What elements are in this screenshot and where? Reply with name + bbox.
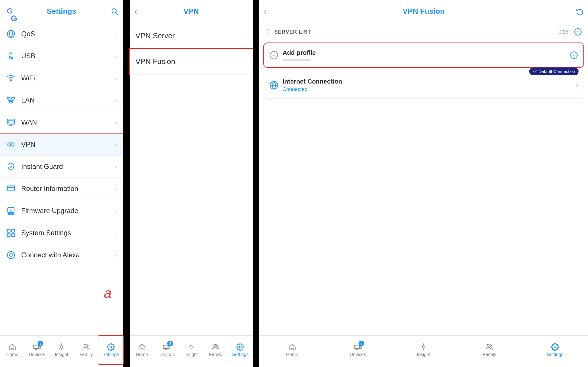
settings-menu-list: QoS › USB ›	[0, 23, 123, 320]
tab-insight-label: Insight	[55, 352, 68, 357]
menu-item-instant-guard[interactable]: Instant Guard ›	[0, 156, 123, 178]
vpn-fusion-refresh-button[interactable]	[576, 8, 583, 15]
fusion-insight-icon	[420, 343, 428, 351]
menu-item-firmware[interactable]: Firmware Upgrade ›	[0, 200, 123, 222]
svg-rect-28	[12, 229, 15, 232]
vpn-tab-home[interactable]: Home	[130, 336, 154, 364]
vpn-tab-family[interactable]: Family	[203, 336, 228, 364]
fusion-settings-icon	[551, 343, 559, 351]
svg-point-45	[190, 345, 192, 348]
fusion-tab-home[interactable]: Home	[259, 336, 325, 364]
svg-rect-30	[12, 234, 15, 237]
family-icon	[82, 343, 90, 351]
vpn-family-icon	[212, 343, 220, 351]
vpn-tab-devices[interactable]: 3 Devices	[154, 336, 179, 364]
fusion-tab-settings[interactable]: Settings	[522, 336, 588, 364]
devices-icon: 3	[33, 343, 41, 351]
tab-home[interactable]: Home	[0, 336, 25, 364]
add-profile-content: Add profile	[283, 49, 570, 61]
internet-connection-card[interactable]: Default Connection Internet Connection C…	[264, 72, 583, 98]
vpn-tab-insight-label: Insight	[184, 352, 198, 357]
vpn-title: VPN	[184, 7, 199, 16]
svg-text:G: G	[11, 13, 17, 23]
settings-title: Settings	[47, 7, 76, 16]
vpn-server-chevron: ›	[245, 32, 247, 39]
settings-header: G G Settings	[0, 0, 123, 23]
menu-item-wifi[interactable]: WiFi ›	[0, 67, 123, 89]
vpn-item-fusion[interactable]: VPN Fusion ›	[130, 49, 253, 75]
settings-panel: G G Settings	[0, 0, 123, 367]
server-list-add-button[interactable]	[574, 28, 582, 36]
server-list-header: ⋮ SERVER LIST 0/16	[259, 23, 588, 41]
tab-home-label: Home	[6, 352, 19, 357]
vpn-chevron: ›	[115, 141, 117, 148]
add-profile-card[interactable]: Add profile	[264, 43, 583, 67]
fusion-tab-family-label: Family	[483, 352, 496, 357]
menu-item-vpn[interactable]: VPN ›	[0, 134, 123, 156]
svg-rect-42	[168, 346, 170, 348]
alexa-chevron: ›	[115, 252, 117, 258]
svg-point-32	[9, 254, 12, 256]
menu-item-qos[interactable]: QoS ›	[0, 23, 123, 45]
svg-point-46	[214, 344, 216, 346]
menu-item-usb[interactable]: USB ›	[0, 45, 123, 67]
svg-line-4	[116, 12, 118, 14]
tab-family[interactable]: Family	[74, 336, 98, 364]
svg-rect-61	[359, 346, 361, 348]
search-button[interactable]	[111, 8, 118, 15]
internet-connection-status: Connected	[283, 86, 576, 92]
vpn-tab-settings[interactable]: Settings	[228, 336, 253, 364]
vpn-label: VPN	[21, 140, 115, 148]
vpn-fusion-label: VPN Fusion	[135, 57, 245, 66]
wan-chevron: ›	[115, 119, 117, 126]
svg-point-39	[87, 345, 88, 346]
svg-rect-41	[163, 345, 168, 349]
fusion-tab-devices[interactable]: 3 Devices	[325, 336, 391, 364]
svg-rect-27	[7, 229, 10, 232]
menu-item-system[interactable]: System Settings ›	[0, 222, 123, 244]
system-chevron: ›	[115, 230, 117, 236]
wan-icon	[6, 117, 16, 128]
tab-devices[interactable]: 3 Devices	[25, 336, 49, 364]
vpn-item-server[interactable]: VPN Server ›	[130, 23, 253, 49]
wifi-label: WiFi	[21, 74, 115, 82]
lan-icon	[6, 95, 16, 105]
vpn-fusion-back-button[interactable]: ‹	[264, 7, 266, 16]
svg-point-38	[84, 344, 86, 346]
vpn-back-button[interactable]: ‹	[134, 7, 137, 16]
menu-item-alexa[interactable]: Connect with Alexa ›	[0, 244, 123, 266]
menu-item-wan[interactable]: WAN ›	[0, 111, 123, 134]
svg-point-40	[110, 346, 112, 348]
fusion-tab-family[interactable]: Family	[457, 336, 522, 364]
instant-guard-icon	[6, 161, 16, 172]
vpn-panel: ‹ VPN VPN Server › VPN Fusion › Home	[130, 0, 253, 367]
tab-settings[interactable]: Settings	[98, 336, 123, 364]
svg-point-66	[490, 345, 492, 346]
vpn-tab-family-label: Family	[209, 352, 223, 357]
add-profile-plus[interactable]	[570, 51, 578, 59]
qos-label: QoS	[21, 30, 115, 38]
lan-label: LAN	[21, 96, 115, 104]
fusion-devices-icon: 3	[354, 343, 362, 351]
router-info-label: Router Information	[21, 185, 115, 193]
svg-point-9	[10, 80, 11, 81]
menu-item-router-info[interactable]: Router Information ›	[0, 178, 123, 200]
qos-icon	[6, 29, 16, 39]
default-badge-label: Default Connection	[538, 69, 575, 74]
vpn-tab-devices-label: Devices	[158, 352, 175, 357]
add-profile-subtitle	[283, 59, 311, 61]
vpn-fusion-panel: ‹ VPN Fusion ⋮ SERVER LIST 0/16	[259, 0, 588, 367]
fusion-home-icon	[288, 343, 296, 351]
qos-chevron: ›	[115, 31, 117, 37]
tab-insight[interactable]: Insight	[49, 336, 74, 364]
firmware-label: Firmware Upgrade	[21, 207, 115, 215]
add-profile-icon	[269, 51, 279, 60]
wan-label: WAN	[21, 118, 115, 126]
vpn-tab-insight[interactable]: Insight	[179, 336, 204, 364]
vpn-fusion-chevron: ›	[245, 58, 247, 65]
fusion-devices-badge: 3	[359, 341, 364, 346]
menu-item-lan[interactable]: LAN ›	[0, 89, 123, 111]
svg-point-65	[487, 344, 489, 346]
dots-icon: ⋮	[265, 28, 271, 36]
fusion-tab-insight[interactable]: Insight	[391, 336, 456, 364]
